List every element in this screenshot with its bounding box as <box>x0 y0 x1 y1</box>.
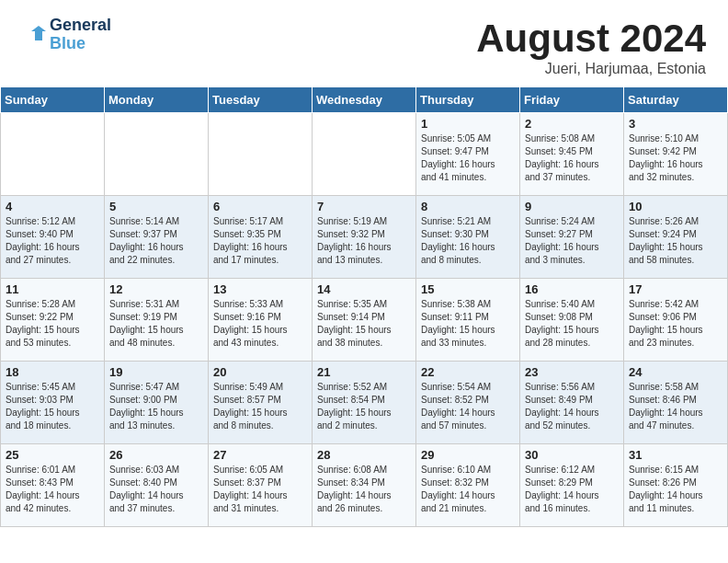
calendar-body: 1Sunrise: 5:05 AM Sunset: 9:47 PM Daylig… <box>1 113 728 527</box>
weekday-header-friday: Friday <box>520 87 624 113</box>
day-number: 1 <box>421 117 515 131</box>
day-info: Sunrise: 5:47 AM Sunset: 9:00 PM Dayligh… <box>109 381 203 432</box>
day-number: 18 <box>6 365 99 379</box>
day-number: 4 <box>6 200 99 213</box>
calendar-cell: 11Sunrise: 5:28 AM Sunset: 9:22 PM Dayli… <box>1 279 105 362</box>
day-number: 8 <box>421 200 515 213</box>
calendar-cell <box>313 113 416 196</box>
day-info: Sunrise: 5:14 AM Sunset: 9:37 PM Dayligh… <box>109 215 203 267</box>
logo-blue: Blue <box>50 35 111 53</box>
calendar-cell <box>105 113 209 196</box>
day-info: Sunrise: 6:08 AM Sunset: 8:34 PM Dayligh… <box>317 464 411 515</box>
calendar-week-row: 25Sunrise: 6:01 AM Sunset: 8:43 PM Dayli… <box>1 444 728 527</box>
day-info: Sunrise: 5:35 AM Sunset: 9:14 PM Dayligh… <box>317 298 411 350</box>
day-info: Sunrise: 5:28 AM Sunset: 9:22 PM Dayligh… <box>6 298 99 350</box>
calendar-cell: 26Sunrise: 6:03 AM Sunset: 8:40 PM Dayli… <box>105 444 209 527</box>
logo-graphic: General Blue <box>22 17 111 53</box>
day-info: Sunrise: 6:12 AM Sunset: 8:29 PM Dayligh… <box>525 464 619 515</box>
day-number: 9 <box>525 200 619 213</box>
calendar-cell: 5Sunrise: 5:14 AM Sunset: 9:37 PM Daylig… <box>105 196 209 279</box>
day-info: Sunrise: 5:19 AM Sunset: 9:32 PM Dayligh… <box>317 215 411 267</box>
calendar-cell: 18Sunrise: 5:45 AM Sunset: 9:03 PM Dayli… <box>1 362 105 444</box>
calendar-cell: 1Sunrise: 5:05 AM Sunset: 9:47 PM Daylig… <box>416 113 520 196</box>
calendar-cell: 14Sunrise: 5:35 AM Sunset: 9:14 PM Dayli… <box>313 279 416 362</box>
calendar-week-row: 11Sunrise: 5:28 AM Sunset: 9:22 PM Dayli… <box>1 279 728 362</box>
day-number: 20 <box>213 365 307 379</box>
day-info: Sunrise: 5:17 AM Sunset: 9:35 PM Dayligh… <box>213 215 307 267</box>
day-number: 11 <box>6 282 99 296</box>
calendar-cell <box>1 113 105 196</box>
calendar-cell: 7Sunrise: 5:19 AM Sunset: 9:32 PM Daylig… <box>313 196 416 279</box>
day-info: Sunrise: 5:05 AM Sunset: 9:47 PM Dayligh… <box>421 132 515 184</box>
day-number: 25 <box>6 448 99 462</box>
day-number: 19 <box>109 365 203 379</box>
calendar-cell: 2Sunrise: 5:08 AM Sunset: 9:45 PM Daylig… <box>520 113 624 196</box>
calendar-week-row: 18Sunrise: 5:45 AM Sunset: 9:03 PM Dayli… <box>1 362 728 444</box>
calendar-cell: 23Sunrise: 5:56 AM Sunset: 8:49 PM Dayli… <box>520 362 624 444</box>
day-number: 27 <box>213 448 307 462</box>
day-number: 24 <box>629 365 722 379</box>
day-info: Sunrise: 5:56 AM Sunset: 8:49 PM Dayligh… <box>525 381 619 432</box>
day-number: 17 <box>629 282 722 296</box>
weekday-header-row: SundayMondayTuesdayWednesdayThursdayFrid… <box>1 87 728 113</box>
day-number: 6 <box>213 200 307 213</box>
day-info: Sunrise: 6:01 AM Sunset: 8:43 PM Dayligh… <box>6 464 99 515</box>
calendar-cell: 21Sunrise: 5:52 AM Sunset: 8:54 PM Dayli… <box>313 362 416 444</box>
day-number: 23 <box>525 365 619 379</box>
calendar-cell: 10Sunrise: 5:26 AM Sunset: 9:24 PM Dayli… <box>624 196 728 279</box>
day-info: Sunrise: 5:33 AM Sunset: 9:16 PM Dayligh… <box>213 298 307 350</box>
svg-marker-0 <box>31 26 46 40</box>
logo: General Blue <box>22 17 111 53</box>
calendar-week-row: 4Sunrise: 5:12 AM Sunset: 9:40 PM Daylig… <box>1 196 728 279</box>
day-number: 10 <box>629 200 722 213</box>
header: General Blue August 2024 Jueri, Harjumaa… <box>0 0 728 86</box>
day-number: 28 <box>317 448 411 462</box>
day-info: Sunrise: 6:10 AM Sunset: 8:32 PM Dayligh… <box>421 464 515 515</box>
calendar-cell: 27Sunrise: 6:05 AM Sunset: 8:37 PM Dayli… <box>209 444 313 527</box>
calendar-cell: 31Sunrise: 6:15 AM Sunset: 8:26 PM Dayli… <box>624 444 728 527</box>
calendar-header: SundayMondayTuesdayWednesdayThursdayFrid… <box>1 87 728 113</box>
calendar-cell: 15Sunrise: 5:38 AM Sunset: 9:11 PM Dayli… <box>416 279 520 362</box>
day-number: 29 <box>421 448 515 462</box>
day-info: Sunrise: 5:31 AM Sunset: 9:19 PM Dayligh… <box>109 298 203 350</box>
day-number: 2 <box>525 117 619 131</box>
day-number: 7 <box>317 200 411 213</box>
calendar-cell: 25Sunrise: 6:01 AM Sunset: 8:43 PM Dayli… <box>1 444 105 527</box>
calendar-cell: 22Sunrise: 5:54 AM Sunset: 8:52 PM Dayli… <box>416 362 520 444</box>
calendar-table: SundayMondayTuesdayWednesdayThursdayFrid… <box>0 86 728 527</box>
day-info: Sunrise: 5:08 AM Sunset: 9:45 PM Dayligh… <box>525 132 619 184</box>
day-number: 16 <box>525 282 619 296</box>
day-number: 26 <box>109 448 203 462</box>
weekday-header-saturday: Saturday <box>624 87 728 113</box>
day-info: Sunrise: 5:52 AM Sunset: 8:54 PM Dayligh… <box>317 381 411 432</box>
day-number: 13 <box>213 282 307 296</box>
day-number: 21 <box>317 365 411 379</box>
day-info: Sunrise: 5:12 AM Sunset: 9:40 PM Dayligh… <box>6 215 99 267</box>
day-info: Sunrise: 6:15 AM Sunset: 8:26 PM Dayligh… <box>629 464 722 515</box>
day-info: Sunrise: 5:10 AM Sunset: 9:42 PM Dayligh… <box>629 132 722 184</box>
calendar-cell: 24Sunrise: 5:58 AM Sunset: 8:46 PM Dayli… <box>624 362 728 444</box>
day-info: Sunrise: 5:54 AM Sunset: 8:52 PM Dayligh… <box>421 381 515 432</box>
day-number: 12 <box>109 282 203 296</box>
day-info: Sunrise: 5:38 AM Sunset: 9:11 PM Dayligh… <box>421 298 515 350</box>
day-number: 31 <box>629 448 722 462</box>
calendar-cell: 12Sunrise: 5:31 AM Sunset: 9:19 PM Dayli… <box>105 279 209 362</box>
calendar-cell: 8Sunrise: 5:21 AM Sunset: 9:30 PM Daylig… <box>416 196 520 279</box>
day-info: Sunrise: 5:42 AM Sunset: 9:06 PM Dayligh… <box>629 298 722 350</box>
day-info: Sunrise: 5:21 AM Sunset: 9:30 PM Dayligh… <box>421 215 515 267</box>
day-info: Sunrise: 6:03 AM Sunset: 8:40 PM Dayligh… <box>109 464 203 515</box>
day-number: 3 <box>629 117 722 131</box>
weekday-header-tuesday: Tuesday <box>209 87 313 113</box>
weekday-header-thursday: Thursday <box>416 87 520 113</box>
logo-icon <box>22 22 48 48</box>
day-info: Sunrise: 5:45 AM Sunset: 9:03 PM Dayligh… <box>6 381 99 432</box>
day-info: Sunrise: 5:49 AM Sunset: 8:57 PM Dayligh… <box>213 381 307 432</box>
day-info: Sunrise: 5:24 AM Sunset: 9:27 PM Dayligh… <box>525 215 619 267</box>
day-info: Sunrise: 5:26 AM Sunset: 9:24 PM Dayligh… <box>629 215 722 267</box>
calendar-cell: 29Sunrise: 6:10 AM Sunset: 8:32 PM Dayli… <box>416 444 520 527</box>
title-block: August 2024 Jueri, Harjumaa, Estonia <box>476 17 706 77</box>
calendar-cell: 16Sunrise: 5:40 AM Sunset: 9:08 PM Dayli… <box>520 279 624 362</box>
weekday-header-monday: Monday <box>105 87 209 113</box>
calendar-cell: 4Sunrise: 5:12 AM Sunset: 9:40 PM Daylig… <box>1 196 105 279</box>
calendar-subtitle: Jueri, Harjumaa, Estonia <box>476 61 706 77</box>
